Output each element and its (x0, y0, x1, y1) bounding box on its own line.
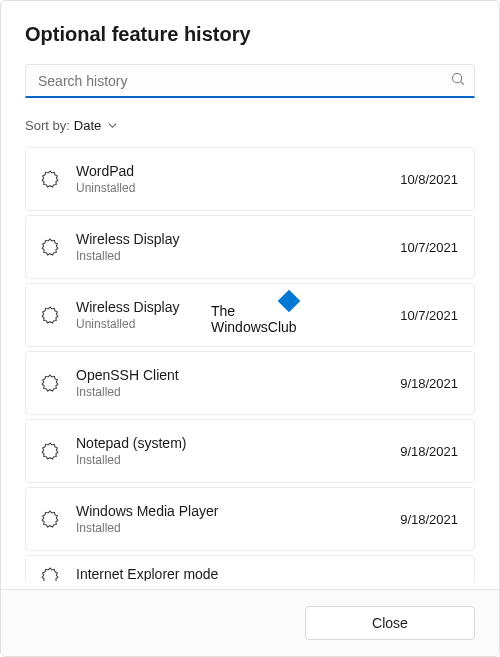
feature-name: Wireless Display (76, 231, 384, 247)
list-item[interactable]: Wireless Display Uninstalled 10/7/2021 (25, 283, 475, 347)
list-item[interactable]: Notepad (system) Installed 9/18/2021 (25, 419, 475, 483)
feature-name: Wireless Display (76, 299, 384, 315)
feature-status: Installed (76, 453, 384, 467)
feature-status: Installed (76, 249, 384, 263)
sort-value: Date (74, 118, 101, 133)
list-item[interactable]: WordPad Uninstalled 10/8/2021 (25, 147, 475, 211)
svg-point-0 (453, 74, 462, 83)
chevron-down-icon (107, 120, 118, 131)
feature-name: WordPad (76, 163, 384, 179)
list-item[interactable]: Windows Media Player Installed 9/18/2021 (25, 487, 475, 551)
feature-icon (40, 566, 60, 581)
feature-icon (40, 305, 60, 325)
feature-icon (40, 169, 60, 189)
feature-date: 9/18/2021 (400, 376, 458, 391)
dialog-footer: Close (1, 589, 499, 656)
feature-date: 10/7/2021 (400, 240, 458, 255)
page-title: Optional feature history (25, 23, 475, 46)
list-item[interactable]: Wireless Display Installed 10/7/2021 (25, 215, 475, 279)
sort-label: Sort by: (25, 118, 70, 133)
search-field[interactable] (25, 64, 475, 98)
list-item[interactable]: Internet Explorer mode (25, 555, 475, 581)
feature-name: Windows Media Player (76, 503, 384, 519)
feature-name: Internet Explorer mode (76, 566, 458, 581)
feature-status: Uninstalled (76, 317, 384, 331)
feature-status: Installed (76, 521, 384, 535)
feature-icon (40, 509, 60, 529)
feature-date: 10/8/2021 (400, 172, 458, 187)
feature-icon (40, 441, 60, 461)
feature-status: Installed (76, 385, 384, 399)
search-icon (451, 72, 465, 90)
feature-name: OpenSSH Client (76, 367, 384, 383)
svg-line-1 (461, 82, 464, 85)
feature-date: 9/18/2021 (400, 512, 458, 527)
feature-icon (40, 373, 60, 393)
feature-date: 10/7/2021 (400, 308, 458, 323)
list-item[interactable]: OpenSSH Client Installed 9/18/2021 (25, 351, 475, 415)
search-input[interactable] (25, 64, 475, 98)
close-button[interactable]: Close (305, 606, 475, 640)
feature-icon (40, 237, 60, 257)
feature-date: 9/18/2021 (400, 444, 458, 459)
feature-history-list: WordPad Uninstalled 10/8/2021 Wireless D… (25, 147, 475, 581)
feature-name: Notepad (system) (76, 435, 384, 451)
feature-status: Uninstalled (76, 181, 384, 195)
sort-by-dropdown[interactable]: Sort by: Date (25, 118, 118, 133)
